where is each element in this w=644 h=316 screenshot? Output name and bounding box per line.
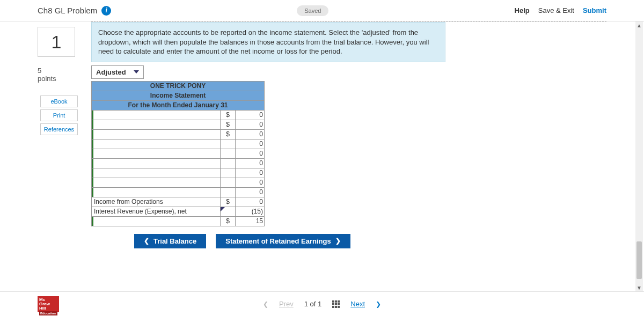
account-cell[interactable] (92, 139, 221, 149)
account-cell[interactable] (92, 216, 221, 226)
currency-symbol-cell[interactable] (221, 207, 236, 216)
scroll-up-icon[interactable]: ▲ (635, 21, 643, 29)
amount-cell[interactable]: (15) (236, 207, 265, 216)
currency-symbol-cell (221, 139, 236, 149)
account-cell[interactable] (92, 129, 221, 139)
prev-sheet-button[interactable]: ❮ Trial Balance (134, 234, 206, 248)
amount-cell[interactable]: 0 (236, 129, 265, 139)
next-sheet-button[interactable]: Statement of Retained Earnings ❯ (216, 234, 350, 248)
scroll-down-icon[interactable]: ▼ (635, 284, 643, 290)
ebook-link[interactable]: eBook (40, 95, 78, 107)
currency-symbol-cell: $ (221, 129, 236, 139)
saved-indicator: Saved (297, 5, 328, 16)
amount-cell[interactable]: 0 (236, 197, 265, 207)
info-icon[interactable]: i (101, 6, 111, 16)
next-sheet-label: Statement of Retained Earnings (225, 237, 331, 245)
references-link[interactable]: References (40, 123, 78, 135)
currency-symbol-cell (221, 158, 236, 168)
sheet-nav: ❮ Trial Balance Statement of Retained Ea… (134, 234, 606, 248)
topbar-left: Ch8 GL Problem i (38, 6, 111, 16)
amount-cell[interactable]: 0 (236, 110, 265, 120)
basis-value: Adjusted (96, 68, 126, 76)
currency-symbol-cell: $ (221, 110, 236, 120)
main: 1 5 points eBook Print References Choose… (0, 21, 644, 290)
currency-symbol-cell: $ (221, 216, 236, 226)
income-statement-table: ONE TRICK PONY Income Statement For the … (91, 81, 265, 226)
resource-links: eBook Print References (38, 95, 80, 135)
amount-cell[interactable]: 0 (236, 139, 265, 149)
save-exit-link[interactable]: Save & Exit (538, 6, 574, 14)
amount-cell[interactable]: 0 (236, 158, 265, 168)
currency-symbol-cell (221, 168, 236, 178)
amount-cell[interactable]: 15 (236, 216, 265, 226)
basis-row: Adjusted (91, 65, 445, 79)
caret-down-icon (134, 70, 139, 74)
amount-cell[interactable]: 0 (236, 168, 265, 178)
account-cell: Interest Revenue (Expense), net (92, 207, 221, 216)
points-value: 5 (38, 67, 80, 75)
account-cell[interactable] (92, 168, 221, 178)
basis-dropdown[interactable]: Adjusted (91, 65, 144, 79)
sheet-title-2: Income Statement (92, 91, 265, 100)
account-cell[interactable] (92, 158, 221, 168)
assignment-title: Ch8 GL Problem (38, 6, 97, 15)
sheet-title-3: For the Month Ended January 31 (92, 100, 265, 110)
amount-cell[interactable]: 0 (236, 187, 265, 197)
points-label: points (38, 75, 56, 83)
question-number: 1 (38, 27, 75, 57)
currency-symbol-cell (221, 187, 236, 197)
topbar: Ch8 GL Problem i Saved Help Save & Exit … (0, 0, 644, 21)
vertical-scrollbar[interactable]: ▲ ▼ (635, 21, 643, 290)
currency-symbol-cell (221, 178, 236, 187)
scroll-thumb[interactable] (636, 241, 642, 279)
currency-symbol-cell (221, 149, 236, 158)
submit-link[interactable]: Submit (583, 6, 606, 14)
amount-cell[interactable]: 0 (236, 149, 265, 158)
currency-symbol-cell: $ (221, 197, 236, 207)
account-cell[interactable] (92, 178, 221, 187)
account-cell[interactable] (92, 110, 221, 120)
currency-symbol-cell: $ (221, 120, 236, 129)
points: 5 points (38, 67, 80, 83)
topbar-actions: Help Save & Exit Submit (515, 6, 606, 14)
content: Choose the appropriate accounts to be re… (91, 21, 606, 248)
print-link[interactable]: Print (40, 109, 78, 121)
chevron-right-icon: ❯ (335, 237, 341, 245)
help-link[interactable]: Help (515, 6, 530, 14)
question-sidebar: 1 5 points eBook Print References (38, 27, 80, 135)
amount-cell[interactable]: 0 (236, 120, 265, 129)
instructions: Choose the appropriate accounts to be re… (91, 22, 445, 62)
sheet-title-1: ONE TRICK PONY (92, 81, 265, 91)
account-cell: Income from Operations (92, 197, 221, 207)
chevron-left-icon: ❮ (144, 237, 149, 245)
account-cell[interactable] (92, 149, 221, 158)
prev-sheet-label: Trial Balance (153, 237, 196, 245)
account-cell[interactable] (92, 187, 221, 197)
account-cell[interactable] (92, 120, 221, 129)
amount-cell[interactable]: 0 (236, 178, 265, 187)
